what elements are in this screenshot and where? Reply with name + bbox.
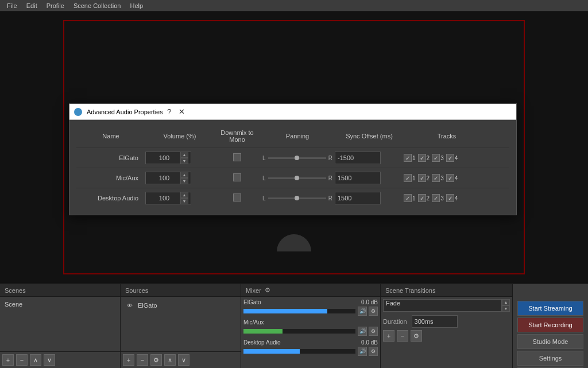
source-item-elgato[interactable]: 👁 ElGato bbox=[123, 299, 238, 312]
row-downmix-elgato bbox=[214, 153, 260, 162]
mixer-gear-desktop[interactable]: ⚙ bbox=[369, 347, 378, 356]
volume-val-desktop: 100 bbox=[148, 195, 180, 202]
sources-up-button[interactable]: ∧ bbox=[164, 354, 176, 366]
sources-down-button[interactable]: ∨ bbox=[178, 354, 189, 366]
sync-spinbox-micaux[interactable]: 1500 bbox=[335, 172, 381, 184]
transition-select-row: Fade ▲ ▼ bbox=[383, 299, 510, 312]
track1-cb-desktop[interactable]: ✓ bbox=[404, 194, 412, 202]
track3-cb-elgato[interactable]: ✓ bbox=[432, 154, 440, 162]
pan-slider-desktop[interactable] bbox=[268, 197, 326, 199]
volume-spinbox-desktop[interactable]: 100 ▲ ▼ bbox=[145, 192, 191, 204]
track1-cb-elgato[interactable]: ✓ bbox=[404, 154, 412, 162]
sync-spinbox-elgato[interactable]: -1500 bbox=[335, 152, 381, 164]
header-tracks: Tracks bbox=[404, 133, 490, 140]
row-volume-elgato: 100 ▲ ▼ bbox=[145, 152, 214, 164]
scenes-add-button[interactable]: + bbox=[2, 354, 14, 366]
menu-profile[interactable]: Profile bbox=[42, 0, 69, 11]
start-recording-button[interactable]: Start Recording bbox=[517, 317, 583, 332]
audio-row-elgato: ElGato 100 ▲ ▼ bbox=[76, 148, 509, 168]
pan-slider-elgato[interactable] bbox=[268, 157, 326, 159]
modal-help-button[interactable]: ? bbox=[163, 106, 176, 118]
controls-panel: Controls Start Streaming Start Recording… bbox=[513, 284, 588, 368]
menu-scene-collection[interactable]: Scene Collection bbox=[69, 0, 126, 11]
volume-up-elgato[interactable]: ▲ bbox=[180, 152, 188, 158]
transition-down-arrow[interactable]: ▼ bbox=[502, 305, 510, 312]
volume-val-micaux: 100 bbox=[148, 175, 180, 181]
mixer-vol-elgato[interactable]: 🔊 bbox=[358, 307, 367, 316]
duration-label: Duration bbox=[383, 318, 407, 325]
row-volume-micaux: 100 ▲ ▼ bbox=[145, 172, 214, 184]
volume-arrows-desktop: ▲ ▼ bbox=[180, 192, 188, 204]
scenes-down-button[interactable]: ∨ bbox=[44, 354, 55, 366]
sources-title: Sources bbox=[121, 284, 241, 297]
sources-gear-button[interactable]: ⚙ bbox=[150, 354, 162, 366]
panning-desktop: L R bbox=[260, 195, 335, 202]
mixer-panel: Mixer ⚙ ElGato 0.0 dB 🔊 ⚙ bbox=[241, 284, 381, 368]
duration-spinbox[interactable]: 300ms bbox=[412, 315, 458, 328]
sources-add-button[interactable]: + bbox=[123, 354, 134, 366]
transition-select[interactable]: Fade bbox=[383, 299, 502, 312]
menu-help[interactable]: Help bbox=[125, 0, 148, 11]
mixer-meter-bar-micaux bbox=[243, 329, 355, 334]
pan-right-label-desktop: R bbox=[328, 195, 332, 202]
downmix-checkbox-micaux[interactable] bbox=[233, 173, 241, 181]
start-streaming-button[interactable]: Start Streaming bbox=[517, 301, 583, 316]
volume-down-elgato[interactable]: ▼ bbox=[180, 158, 188, 164]
row-tracks-micaux: ✓ 1 ✓ 2 ✓ 3 ✓ 4 bbox=[404, 174, 490, 182]
track2-cb-micaux[interactable]: ✓ bbox=[418, 174, 426, 182]
track2-cb-desktop[interactable]: ✓ bbox=[418, 194, 426, 202]
row-sync-elgato: -1500 bbox=[335, 152, 404, 164]
volume-up-micaux[interactable]: ▲ bbox=[180, 172, 188, 178]
sync-val-desktop: 1500 bbox=[338, 195, 351, 202]
track1-cb-micaux[interactable]: ✓ bbox=[404, 174, 412, 182]
transition-add-button[interactable]: + bbox=[383, 330, 394, 342]
track4-cb-micaux[interactable]: ✓ bbox=[446, 174, 454, 182]
volume-spinbox-elgato[interactable]: 100 ▲ ▼ bbox=[145, 152, 191, 164]
volume-spinbox-micaux[interactable]: 100 ▲ ▼ bbox=[145, 172, 191, 184]
menu-edit[interactable]: Edit bbox=[22, 0, 42, 11]
tracks-elgato: ✓ 1 ✓ 2 ✓ 3 ✓ 4 bbox=[404, 154, 490, 162]
track3-cb-desktop[interactable]: ✓ bbox=[432, 194, 440, 202]
modal-content: Name Volume (%) Downmix to Mono Panning … bbox=[69, 120, 516, 215]
mixer-gear-elgato[interactable]: ⚙ bbox=[369, 307, 378, 316]
scene-item[interactable]: Scene bbox=[2, 299, 118, 309]
scenes-remove-button[interactable]: − bbox=[16, 354, 28, 366]
modal-overlay: Advanced Audio Properties ? ✕ Name Volum… bbox=[0, 11, 588, 283]
sources-toolbar: + − ⚙ ∧ ∨ bbox=[121, 351, 241, 368]
mixer-channel-header-elgato: ElGato 0.0 dB bbox=[243, 299, 378, 305]
downmix-checkbox-elgato[interactable] bbox=[233, 153, 241, 161]
scene-item-label: Scene bbox=[5, 301, 22, 308]
audio-row-desktop: Desktop Audio 100 ▲ ▼ bbox=[76, 188, 509, 208]
pan-slider-micaux[interactable] bbox=[268, 177, 326, 179]
source-visibility-icon-elgato[interactable]: 👁 bbox=[125, 301, 134, 310]
sources-remove-button[interactable]: − bbox=[137, 354, 148, 366]
row-downmix-micaux bbox=[214, 173, 260, 183]
track3-cb-micaux[interactable]: ✓ bbox=[432, 174, 440, 182]
transition-gear-button[interactable]: ⚙ bbox=[411, 330, 422, 342]
scenes-up-button[interactable]: ∧ bbox=[30, 354, 41, 366]
sources-panel: Sources 👁 ElGato + − ⚙ ∧ ∨ bbox=[121, 284, 241, 368]
transition-remove-button[interactable]: − bbox=[397, 330, 408, 342]
transition-up-arrow[interactable]: ▲ bbox=[502, 299, 510, 305]
modal-close-button[interactable]: ✕ bbox=[176, 106, 188, 118]
mixer-gear-button[interactable]: ⚙ bbox=[264, 286, 272, 295]
mixer-gear-micaux[interactable]: ⚙ bbox=[369, 327, 378, 336]
header-volume: Volume (%) bbox=[145, 133, 214, 140]
mixer-channel-db-elgato: 0.0 dB bbox=[361, 299, 378, 305]
track2-cb-elgato[interactable]: ✓ bbox=[418, 154, 426, 162]
track4-cb-elgato[interactable]: ✓ bbox=[446, 154, 454, 162]
volume-down-desktop[interactable]: ▼ bbox=[180, 198, 188, 204]
sync-spinbox-desktop[interactable]: 1500 bbox=[335, 192, 381, 204]
studio-mode-button[interactable]: Studio Mode bbox=[517, 334, 583, 349]
mixer-vol-micaux[interactable]: 🔊 bbox=[358, 327, 367, 336]
mixer-vol-desktop[interactable]: 🔊 bbox=[358, 347, 367, 356]
track4-cb-desktop[interactable]: ✓ bbox=[446, 194, 454, 202]
settings-button[interactable]: Settings bbox=[517, 351, 583, 366]
menu-file[interactable]: File bbox=[2, 0, 22, 11]
downmix-checkbox-desktop[interactable] bbox=[233, 193, 241, 202]
volume-down-micaux[interactable]: ▼ bbox=[180, 178, 188, 184]
mixer-icons-elgato: 🔊 ⚙ bbox=[358, 307, 378, 316]
audio-table-header: Name Volume (%) Downmix to Mono Panning … bbox=[76, 127, 509, 148]
volume-up-desktop[interactable]: ▲ bbox=[180, 192, 188, 198]
row-tracks-desktop: ✓ 1 ✓ 2 ✓ 3 ✓ 4 bbox=[404, 194, 490, 202]
